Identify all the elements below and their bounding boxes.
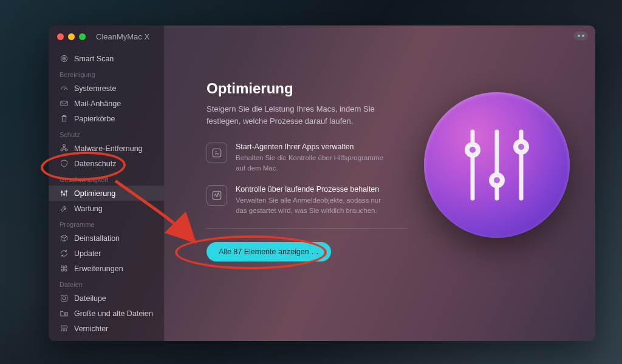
svg-point-2 <box>64 58 64 59</box>
app-title: CleanMyMac X <box>96 32 149 41</box>
shredder-icon <box>60 324 69 333</box>
page-lead: Steigern Sie die Leistung Ihres Macs, in… <box>207 103 395 127</box>
sidebar-item-label: Smart Scan <box>74 55 114 63</box>
sidebar-item-vernichter[interactable]: Vernichter <box>49 321 164 336</box>
sidebar-item-optimierung[interactable]: Optimierung <box>49 186 164 201</box>
sidebar-item-label: Vernichter <box>74 325 108 333</box>
svg-point-9 <box>63 194 65 195</box>
sidebar-item-grosse-dateien[interactable]: Große und alte Dateien <box>49 306 164 321</box>
svg-point-13 <box>64 313 66 315</box>
sleep-app-icon <box>207 143 227 163</box>
svg-point-25 <box>518 144 524 150</box>
sidebar-item-label: Mail-Anhänge <box>74 99 121 108</box>
sidebar-item-label: Papierkörbe <box>74 115 115 123</box>
feature-control-processes: Kontrolle über laufende Prozesse behalte… <box>207 185 425 215</box>
svg-point-12 <box>63 297 66 300</box>
svg-rect-14 <box>61 326 67 328</box>
mail-icon <box>60 99 69 108</box>
sidebar-item-deinstallation[interactable]: Deinstallation <box>49 231 164 246</box>
show-all-button[interactable]: Alle 87 Elemente anzeigen … <box>207 242 331 261</box>
sidebar-item-label: Updater <box>74 249 101 258</box>
page-title: Optimierung <box>207 80 425 97</box>
sidebar-item-dateilupe[interactable]: Dateilupe <box>49 291 164 306</box>
activity-icon <box>207 185 227 206</box>
sidebar-item-label: Datenschutz <box>74 160 116 168</box>
sidebar-item-wartung[interactable]: Wartung <box>49 201 164 216</box>
sidebar-item-papierkoerbe[interactable]: Papierkörbe <box>49 111 164 126</box>
folder-search-icon <box>60 309 69 318</box>
svg-point-8 <box>61 191 63 193</box>
divider <box>207 228 407 229</box>
sidebar-item-erweiterungen[interactable]: Erweiterungen <box>49 261 164 276</box>
refresh-icon <box>60 249 69 258</box>
feature-manage-agents: Start-Agenten Ihrer Apps verwalten Behal… <box>207 143 425 173</box>
svg-point-10 <box>66 190 67 192</box>
feature-title: Start-Agenten Ihrer Apps verwalten <box>236 143 394 151</box>
sidebar-item-label: Optimierung <box>74 189 115 198</box>
radar-icon <box>60 54 69 63</box>
svg-rect-3 <box>61 101 67 106</box>
maximize-button[interactable] <box>79 33 86 40</box>
main-content: Optimierung Steigern Sie die Leistung Ih… <box>164 25 595 341</box>
lens-icon <box>60 294 69 303</box>
sidebar-item-label: Wartung <box>74 204 103 213</box>
feature-desc: Behalten Sie die Kontrolle über Hilfspro… <box>236 153 394 173</box>
sidebar-section-geschwindigkeit: Geschwindigkeit <box>49 171 164 186</box>
svg-point-4 <box>63 147 66 150</box>
speedometer-icon <box>60 84 69 93</box>
shield-icon <box>60 159 69 168</box>
sidebar: Smart Scan Bereinigung Systemreste Mail-… <box>49 25 164 341</box>
assistant-button[interactable] <box>573 32 588 40</box>
svg-point-6 <box>61 149 63 151</box>
sidebar-item-label: Große und alte Dateien <box>74 309 153 318</box>
titlebar: CleanMyMac X <box>49 25 595 47</box>
svg-rect-11 <box>61 295 67 302</box>
feature-desc: Verwalten Sie alle Anmeldeobjekte, sodas… <box>236 195 394 215</box>
sidebar-item-systemreste[interactable]: Systemreste <box>49 81 164 96</box>
feature-title: Kontrolle über laufende Prozesse behalte… <box>236 185 394 194</box>
svg-point-7 <box>65 149 67 151</box>
svg-point-23 <box>470 147 476 153</box>
sidebar-item-label: Dateilupe <box>74 294 106 303</box>
svg-rect-15 <box>213 149 221 157</box>
biohazard-icon <box>60 144 69 153</box>
svg-point-5 <box>63 144 66 147</box>
sidebar-section-bereinigung: Bereinigung <box>49 66 164 81</box>
app-window: CleanMyMac X Smart Scan Bereinigung Syst… <box>49 25 595 341</box>
puzzle-icon <box>60 264 69 273</box>
sidebar-item-label: Systemreste <box>74 84 116 93</box>
sidebar-item-label: Deinstallation <box>74 234 120 243</box>
sidebar-section-schutz: Schutz <box>49 126 164 141</box>
box-icon <box>60 234 69 243</box>
sidebar-item-label: Malware-Entfernung <box>74 144 143 153</box>
sidebar-item-updater[interactable]: Updater <box>49 246 164 261</box>
trash-icon <box>60 114 69 123</box>
sidebar-section-programme: Programme <box>49 216 164 231</box>
sliders-icon <box>60 189 69 198</box>
minimize-button[interactable] <box>68 33 75 40</box>
optimization-hero-icon <box>424 92 570 238</box>
close-button[interactable] <box>57 33 64 40</box>
sidebar-item-label: Erweiterungen <box>74 265 123 273</box>
sidebar-item-malware[interactable]: Malware-Entfernung <box>49 141 164 156</box>
wrench-icon <box>60 204 69 213</box>
sidebar-section-dateien: Dateien <box>49 276 164 291</box>
sidebar-item-mail[interactable]: Mail-Anhänge <box>49 96 164 111</box>
sidebar-item-smart-scan[interactable]: Smart Scan <box>49 51 164 66</box>
sidebar-item-datenschutz[interactable]: Datenschutz <box>49 156 164 171</box>
svg-point-24 <box>494 177 500 183</box>
